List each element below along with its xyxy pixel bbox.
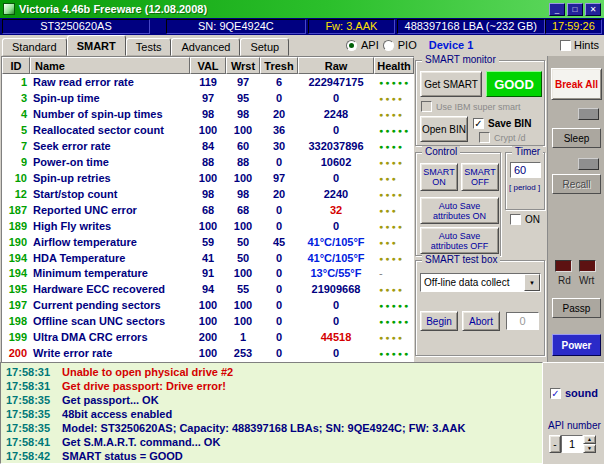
minimize-button[interactable]: _	[549, 3, 565, 16]
recall-button[interactable]: Recall	[552, 174, 601, 194]
power-button[interactable]: Power	[552, 334, 601, 356]
cell-tresh: 20	[260, 186, 298, 202]
col-header-tresh[interactable]: Tresh	[260, 57, 298, 74]
cell-name: Reallocated sector count	[30, 122, 190, 138]
spin-up-icon[interactable]: ▲	[583, 435, 596, 444]
cell-health: ●●●	[374, 202, 414, 218]
cell-id: 189	[2, 218, 30, 234]
log-output[interactable]: 17:58:31Unable to open physical drive #2…	[0, 362, 543, 464]
smart-test-box-group: SMART test box Off-line data collect ▼ B…	[415, 260, 545, 356]
cell-val: 98	[190, 106, 226, 122]
tab-smart[interactable]: SMART	[67, 35, 126, 56]
auto-save-attributes-on-button[interactable]: Auto Save attributes ON	[420, 197, 499, 224]
col-header-val[interactable]: VAL	[190, 57, 226, 74]
table-row[interactable]: 9Power-on time8888010602●●●●	[2, 154, 414, 170]
cell-name: Spin-up time	[30, 90, 190, 106]
api-number-value[interactable]: 1	[561, 435, 583, 453]
table-row[interactable]: 3Spin-up time979500●●●●	[2, 90, 414, 106]
sound-checkbox[interactable]: ✓	[550, 388, 561, 399]
timer-on-row: ON	[510, 214, 540, 225]
cell-tresh: 0	[260, 250, 298, 266]
mini-button-2[interactable]	[578, 158, 599, 170]
table-row[interactable]: 5Reallocated sector count100100360●●●●●	[2, 122, 414, 138]
table-row[interactable]: 194Minimum temperature91100013°C/55°F-	[2, 266, 414, 281]
break-all-button[interactable]: Break All	[551, 68, 602, 100]
table-row[interactable]: 1Raw read error rate119976222947175●●●●●	[2, 74, 414, 90]
cell-raw: 2240	[298, 186, 374, 202]
col-header-health[interactable]: Health	[374, 57, 414, 74]
table-row[interactable]: 12Start/stop count9898202240●●●●	[2, 186, 414, 202]
cell-name: Hardware ECC recovered	[30, 281, 190, 297]
table-row[interactable]: 187Reported UNC error6868032●●●	[2, 202, 414, 218]
bottom-right-panel: ✓ sound API number - 1 ▲ ▼	[543, 362, 604, 464]
passport-button[interactable]: Passp	[552, 298, 601, 318]
tab-strip: Standard SMART Tests Advanced Setup	[2, 35, 289, 56]
tab-setup[interactable]: Setup	[240, 38, 289, 56]
tab-tests[interactable]: Tests	[126, 38, 172, 56]
table-row[interactable]: 200Write error rate10025300●●●●●	[2, 345, 414, 361]
timer-period-input[interactable]	[510, 162, 541, 178]
test-select-combobox[interactable]: Off-line data collect ▼	[420, 273, 541, 292]
begin-test-button[interactable]: Begin	[420, 311, 458, 331]
smart-on-button[interactable]: SMART ON	[420, 163, 458, 191]
table-row[interactable]: 7Seek error rate846030332037896●●●●	[2, 138, 414, 154]
cell-wrst: 100	[226, 218, 260, 234]
cell-tresh: 0	[260, 218, 298, 234]
cell-tresh: 0	[260, 297, 298, 313]
clock: 17:59:26	[545, 19, 602, 34]
chevron-down-icon[interactable]: ▼	[524, 274, 540, 291]
write-activity-led	[579, 260, 596, 272]
col-header-raw[interactable]: Raw	[298, 57, 374, 74]
titlebar[interactable]: Victoria 4.46b Freeware (12.08.2008) _ □…	[0, 0, 604, 18]
cell-raw: 44518	[298, 329, 374, 345]
cell-wrst: 100	[226, 266, 260, 281]
api-number-decrement-button[interactable]: -	[549, 435, 561, 453]
table-row[interactable]: 199Ultra DMA CRC errors2001044518●●●●	[2, 329, 414, 345]
health-dots: ●●●●	[379, 143, 404, 150]
save-bin-checkbox[interactable]: ✓	[473, 118, 484, 129]
cell-tresh: 36	[260, 122, 298, 138]
drive-info-bar: ST3250620AS SN: 9QE4924C Fw: 3.AAK 48839…	[0, 18, 604, 35]
table-row[interactable]: 194HDA Temperature4150041°C/105°F●●●●	[2, 250, 414, 266]
window-title: Victoria 4.46b Freeware (12.08.2008)	[19, 3, 207, 15]
sleep-button[interactable]: Sleep	[552, 128, 601, 148]
get-smart-button[interactable]: Get SMART	[420, 71, 482, 97]
api-radio[interactable]	[346, 40, 357, 51]
check-icon: ✓	[474, 118, 482, 129]
tab-standard[interactable]: Standard	[2, 38, 67, 56]
table-row[interactable]: 195Hardware ECC recovered9455021909668●●…	[2, 281, 414, 297]
spin-down-icon[interactable]: ▼	[583, 444, 596, 453]
read-activity-led	[555, 260, 572, 272]
maximize-button[interactable]: □	[567, 3, 583, 16]
abort-test-button[interactable]: Abort	[462, 311, 500, 331]
smart-panel: SMART monitor Get SMART GOOD Use IBM sup…	[414, 56, 547, 362]
check-icon: ✓	[551, 388, 559, 399]
table-row[interactable]: 198Offline scan UNC sectors10010000●●●●●	[2, 313, 414, 329]
pio-radio[interactable]	[383, 40, 394, 51]
auto-save-attributes-off-button[interactable]: Auto Save attributes OFF	[420, 227, 499, 254]
hints-checkbox[interactable]	[560, 40, 571, 51]
table-row[interactable]: 190Airflow temperature59504541°C/105°F●●…	[2, 234, 414, 250]
smart-off-button[interactable]: SMART OFF	[461, 163, 499, 191]
cell-id: 200	[2, 345, 30, 361]
health-dots: ●●●●	[379, 334, 404, 341]
hints-group: Hints	[560, 39, 599, 51]
drive-capacity: 488397168 LBA (~232 GB)	[397, 19, 545, 34]
mini-button-1[interactable]	[578, 108, 599, 120]
col-header-name[interactable]: Name	[30, 57, 190, 74]
health-dots: ●●●	[379, 175, 398, 182]
table-row[interactable]: 4Number of spin-up times9898202248●●●●	[2, 106, 414, 122]
table-row[interactable]: 189High Fly writes10010000●●●●	[2, 218, 414, 234]
table-row[interactable]: 10Spin-up retries100100970●●●	[2, 170, 414, 186]
col-header-id[interactable]: ID	[2, 57, 30, 74]
open-bin-button[interactable]: Open BIN	[420, 116, 468, 142]
cell-wrst: 95	[226, 90, 260, 106]
timer-on-checkbox[interactable]	[510, 214, 521, 225]
cell-val: 97	[190, 90, 226, 106]
cell-name: Number of spin-up times	[30, 106, 190, 122]
table-row[interactable]: 197Current pending sectors10010000●●●●●	[2, 297, 414, 313]
close-button[interactable]: ✕	[585, 3, 601, 16]
log-timestamp: 17:58:31	[6, 366, 50, 378]
col-header-wrst[interactable]: Wrst	[226, 57, 260, 74]
tab-advanced[interactable]: Advanced	[171, 38, 240, 56]
